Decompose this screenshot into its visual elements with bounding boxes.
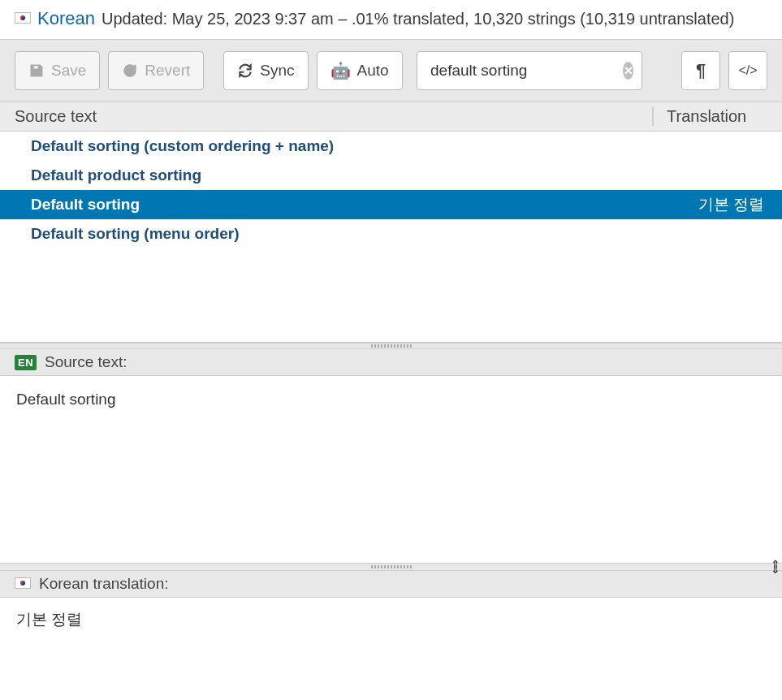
korea-flag-icon [15,577,31,589]
source-text-value: Default sorting [0,376,782,563]
column-headers: Source text Translation [0,102,782,132]
column-translation[interactable]: Translation [652,107,782,126]
search-field[interactable]: ✕ [417,51,642,90]
row-source: Default product sorting [0,166,652,184]
clear-search-icon[interactable]: ✕ [623,62,633,80]
toolbar: Save Revert Sync 🤖 Auto ✕ ¶ </> [0,39,782,102]
header-status: Updated: May 25, 2023 9:37 am – .01% tra… [102,10,734,28]
search-input[interactable] [430,62,623,80]
string-row[interactable]: Default sorting 기본 정렬 [0,190,782,219]
header-bar: Korean Updated: May 25, 2023 9:37 am – .… [0,0,782,39]
translation-panel-label: Korean translation: [39,575,169,593]
revert-button[interactable]: Revert [108,51,204,90]
resize-arrows-icon: ⇑⇓ [771,562,780,572]
save-icon [28,63,45,79]
row-source: Default sorting (menu order) [0,225,652,243]
string-row[interactable]: Default product sorting [0,161,782,190]
sync-icon [237,63,253,79]
row-source: Default sorting [0,196,652,214]
revert-icon [122,63,138,79]
column-source[interactable]: Source text [0,107,652,126]
string-row[interactable]: Default sorting (menu order) [0,219,782,248]
sync-button[interactable]: Sync [223,51,308,90]
auto-button[interactable]: 🤖 Auto [317,51,403,90]
string-row[interactable]: Default sorting (custom ordering + name) [0,132,782,161]
pilcrow-icon: ¶ [696,60,706,81]
resize-handle[interactable] [0,343,782,349]
resize-handle[interactable]: ⇑⇓ [0,563,782,571]
row-translation: 기본 정렬 [652,194,782,215]
translation-text-value[interactable]: 기본 정렬 [0,598,782,642]
code-view-button[interactable]: </> [728,51,767,90]
rows-list: Default sorting (custom ordering + name)… [0,132,782,343]
pilcrow-button[interactable]: ¶ [681,51,720,90]
source-panel-label: Source text: [45,353,127,371]
code-icon: </> [738,63,757,78]
auto-label: Auto [357,62,389,80]
revert-label: Revert [145,62,190,80]
translation-panel-header: Korean translation: [0,571,782,598]
korea-flag-icon [15,12,31,24]
robot-icon: 🤖 [331,63,351,79]
source-panel-header: EN Source text: [0,349,782,376]
save-label: Save [51,62,86,80]
save-button[interactable]: Save [15,51,100,90]
row-source: Default sorting (custom ordering + name) [0,137,652,155]
en-badge: EN [15,355,37,370]
sync-label: Sync [260,62,294,80]
language-name[interactable]: Korean [37,8,95,29]
